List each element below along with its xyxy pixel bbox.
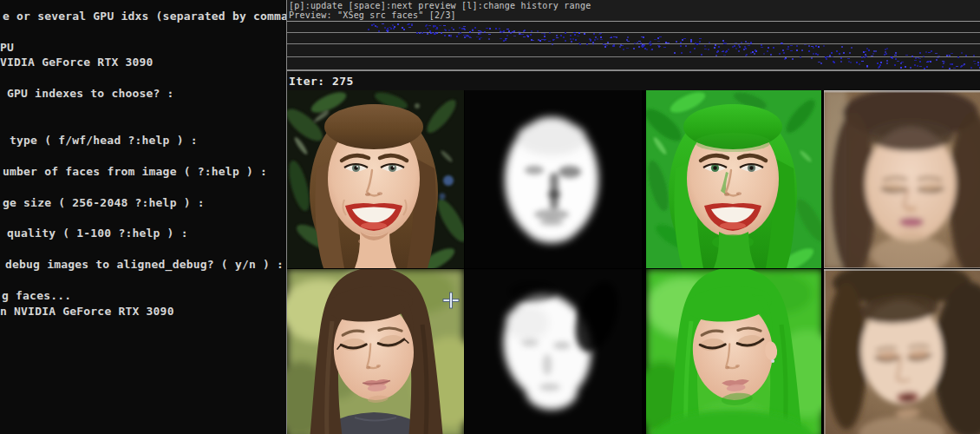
xseg-preview-window[interactable]: [p]:update [space]:next preview [l]:chan… [286,0,980,434]
console-line-0: e or several GPU idxs (separated by comm… [3,10,288,23]
console-line-7: quality ( 1-100 ?:help ) : [7,227,188,240]
preview-header: [p]:update [space]:next preview [l]:chan… [287,0,980,22]
console-line-10: n NVIDIA GeForce RTX 3090 [0,305,174,318]
screen: e or several GPU idxs (separated by comm… [0,0,980,434]
cell-nn-output-1 [824,90,980,268]
console-line-8: debug images to aligned_debug? ( y/n ) : [5,258,284,271]
loss-history-graph [287,22,980,70]
cell-xseg-mask-2 [465,269,642,434]
preview-grid [287,90,980,434]
nn-output-image-1 [824,90,980,268]
cell-src-face-2 [287,269,464,434]
cell-nn-output-2 [824,269,980,434]
cell-xseg-overlay-2 [646,269,821,434]
nn-output-image-2 [824,269,980,434]
loss-dots [287,22,980,70]
xseg-mask-image-2 [465,269,642,434]
console-line-4: type ( f/wf/head ?:help ) : [10,134,198,147]
console-line-3: GPU indexes to choose? : [7,87,174,100]
src-face-image-2 [287,269,464,434]
console-line-6: ge size ( 256-2048 ?:help ) : [3,196,205,209]
cell-xseg-overlay-1 [646,90,821,268]
hotkeys-help-text: [p]:update [space]:next preview [l]:chan… [289,1,591,10]
console-line-1: PU [0,41,14,54]
iteration-counter: Iter: 275 [289,75,354,88]
xseg-overlay-image-2 [646,269,821,434]
console-line-2: VIDIA GeForce RTX 3090 [0,56,154,69]
console-line-9: g faces... [2,289,71,302]
cell-src-face-1 [287,90,464,268]
src-face-image-1 [287,90,464,268]
preview-title: Preview: "XSeg src faces" [2/3] [289,10,456,20]
xseg-overlay-image-1 [646,90,821,268]
iteration-bar: Iter: 275 [287,70,980,91]
cell-xseg-mask-1 [465,90,642,268]
console-line-5: umber of faces from image ( ?:help ) : [3,165,267,178]
xseg-mask-image-1 [465,90,642,268]
